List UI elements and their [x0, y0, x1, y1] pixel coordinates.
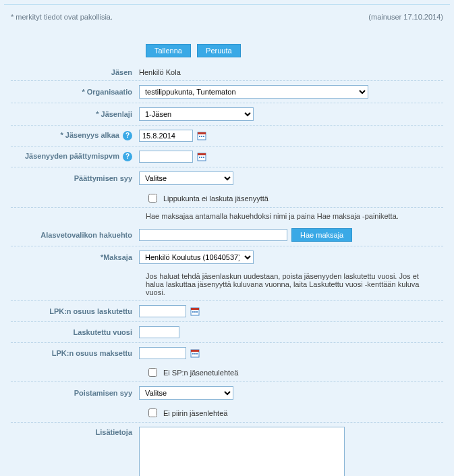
- svg-rect-2: [199, 136, 200, 137]
- endreason-label: Päättymisen syy: [11, 174, 139, 182]
- calendar-icon[interactable]: [190, 307, 200, 316]
- lpk-billed-input[interactable]: [139, 305, 186, 317]
- svg-rect-17: [192, 353, 194, 354]
- cancel-button[interactable]: Peruuta: [197, 44, 241, 57]
- top-button-row: Tallenna Peruuta: [146, 44, 443, 57]
- payer-label: *Maksaja: [11, 253, 139, 261]
- search-payer-button[interactable]: Hae maksaja: [291, 228, 352, 242]
- start-label: * Jäsenyys alkaa: [60, 131, 119, 139]
- svg-rect-7: [199, 157, 200, 158]
- lpk-paid-input[interactable]: [139, 347, 186, 359]
- searchterm-label: Alasvetovalikon hakuehto: [11, 231, 139, 239]
- svg-rect-14: [196, 311, 198, 313]
- payer-select[interactable]: Henkilö Koulutus (10640537): [139, 250, 254, 264]
- svg-rect-12: [192, 311, 194, 313]
- billed-year-label: Laskutettu vuosi: [11, 328, 139, 336]
- searchterm-input[interactable]: [139, 229, 287, 241]
- svg-rect-9: [203, 157, 204, 158]
- svg-rect-19: [196, 353, 198, 354]
- mandatory-note: * merkityt tiedot ovat pakollisia.: [11, 13, 113, 21]
- info-textarea[interactable]: [139, 427, 345, 476]
- member-value: Henkilö Kola: [139, 68, 181, 76]
- removereason-label: Poistamisen syy: [11, 389, 139, 397]
- no-sp-mag-label: Ei SP:n jäsenetulehteä: [163, 369, 238, 377]
- lpk-billed-label: LPK:n osuus laskutettu: [11, 307, 139, 315]
- membertype-label: * Jäsenlaji: [11, 110, 139, 118]
- no-district-mag-checkbox[interactable]: [148, 408, 157, 417]
- svg-rect-6: [198, 153, 206, 155]
- end-date-input[interactable]: [139, 151, 193, 163]
- organisation-select[interactable]: testilippukunta, Tuntematon: [139, 85, 368, 99]
- endreason-select[interactable]: Valitse: [139, 171, 233, 185]
- nobilling-label: Lippukunta ei laskuta jäsenyyttä: [163, 194, 268, 203]
- lpk-paid-label: LPK:n osuus maksettu: [11, 349, 139, 357]
- billed-year-input[interactable]: [139, 326, 179, 338]
- removereason-select[interactable]: Valitse: [139, 386, 233, 400]
- svg-rect-13: [194, 311, 196, 313]
- svg-rect-11: [191, 308, 199, 310]
- svg-rect-1: [198, 132, 206, 134]
- info-label: Lisätietoja: [11, 427, 139, 436]
- nobilling-checkbox[interactable]: [148, 194, 157, 203]
- help-icon[interactable]: ?: [123, 152, 132, 161]
- svg-rect-3: [201, 136, 202, 137]
- no-sp-mag-checkbox[interactable]: [148, 368, 157, 377]
- start-date-input[interactable]: [139, 130, 193, 142]
- meta-info: (mainuser 17.10.2014): [368, 13, 443, 21]
- help-icon[interactable]: ?: [123, 131, 132, 140]
- invoice-desc: Jos haluat tehdä jäsenlaskun uudestaan, …: [11, 268, 443, 301]
- svg-rect-18: [194, 353, 196, 354]
- svg-rect-4: [203, 136, 204, 137]
- member-label: Jäsen: [11, 68, 139, 76]
- calendar-icon[interactable]: [197, 131, 206, 140]
- calendar-icon[interactable]: [190, 348, 200, 358]
- svg-rect-16: [191, 350, 199, 352]
- svg-rect-8: [201, 157, 202, 158]
- searchpayer-desc: Hae maksajaa antamalla hakuehdoksi nimi …: [11, 208, 443, 224]
- organisation-label: * Organisaatio: [11, 88, 139, 96]
- calendar-icon[interactable]: [197, 152, 206, 161]
- membertype-select[interactable]: 1-Jäsen: [139, 107, 254, 121]
- no-district-mag-label: Ei piirin jäsenlehteä: [163, 409, 227, 417]
- end-label: Jäsenyyden päättymispvm: [25, 152, 119, 160]
- save-button[interactable]: Tallenna: [146, 44, 191, 57]
